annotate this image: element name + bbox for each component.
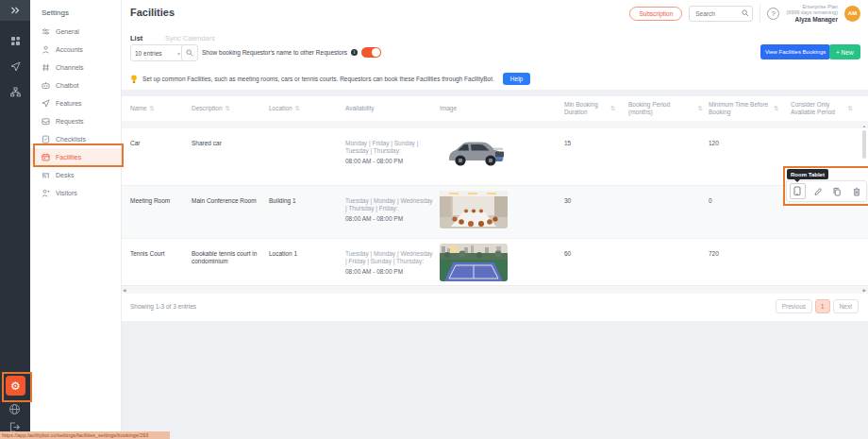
sidebar-item-label: Visitors	[56, 190, 77, 196]
sidebar-item-chatbot[interactable]: Chatbot	[30, 76, 121, 94]
sidebar-item-general[interactable]: General	[30, 23, 121, 41]
current-page-button[interactable]: 1	[815, 299, 830, 313]
cell-image	[440, 128, 564, 171]
rail-header[interactable]	[0, 0, 30, 21]
cell-name: Car	[130, 128, 192, 147]
chevron-down-icon: ▾	[177, 50, 180, 57]
sidebar-item-visitors[interactable]: Visitors	[30, 184, 121, 202]
copy-icon[interactable]	[830, 184, 844, 198]
scroll-left-icon[interactable]: ◀	[123, 288, 125, 293]
edit-icon[interactable]	[810, 184, 825, 198]
scroll-right-icon[interactable]: ▶	[863, 288, 866, 293]
cell-image	[440, 186, 564, 228]
sitemap-icon[interactable]	[10, 87, 21, 97]
new-facility-button[interactable]: + New	[829, 44, 860, 59]
help-button[interactable]: Help	[503, 73, 530, 85]
search-icon	[742, 9, 749, 17]
col-min-time-before-booking[interactable]: Minimum Time Before Booking⇅	[709, 101, 791, 116]
col-min-booking-duration[interactable]: Min Booking Duration⇅	[564, 101, 628, 116]
table-row[interactable]: Car Shared car Monday | Friday | Sunday …	[121, 128, 868, 186]
row-actions-panel	[786, 180, 867, 202]
tab-list[interactable]: List	[130, 34, 142, 42]
globe-icon[interactable]	[8, 403, 21, 415]
plan-name: Enterprise Plan	[786, 4, 838, 10]
table-row[interactable]: Meeting Room Main Conference Room Buildi…	[121, 186, 868, 239]
sort-icon[interactable]: ⇅	[774, 105, 778, 112]
chatbot-icon	[42, 81, 50, 90]
cell-booking-period	[628, 239, 709, 250]
requestor-name-toggle[interactable]	[361, 47, 381, 58]
sidebar-item-checklists[interactable]: Checklists	[30, 130, 121, 148]
sort-icon[interactable]: ⇅	[295, 105, 300, 112]
sidebar-item-label: Chatbot	[56, 82, 79, 89]
sidebar-item-label: Checklists	[56, 136, 86, 143]
status-url-bar: https://app.facilitybot.co/settings/faci…	[0, 431, 170, 439]
info-icon[interactable]: i	[351, 49, 358, 56]
avatar[interactable]: AM	[844, 6, 860, 22]
requestor-toggle-label: Show booking Requestor's name to other R…	[202, 49, 347, 56]
tip-text: Set up common Facilities, such as meetin…	[142, 76, 494, 82]
next-page-button[interactable]: Next	[833, 299, 859, 313]
sidebar-item-label: General	[56, 28, 79, 35]
sidebar-item-facilities[interactable]: Facilities	[30, 148, 121, 166]
tip-bar: Set up common Facilities, such as meetin…	[121, 68, 868, 90]
sidebar-item-label: Desks	[56, 172, 74, 178]
sidebar-item-channels[interactable]: Channels	[30, 59, 121, 76]
sidebar-item-accounts[interactable]: Accounts	[30, 41, 121, 59]
horizontal-scrollbar[interactable]: ◀ ▶	[121, 285, 868, 294]
divider	[760, 4, 760, 23]
help-icon[interactable]: ?	[767, 8, 779, 20]
view-facilities-bookings-button[interactable]: View Facilities Bookings	[760, 44, 830, 59]
sort-icon[interactable]: ⇅	[149, 105, 154, 112]
page-title: Facilities	[130, 7, 175, 18]
sort-icon[interactable]: ⇅	[698, 105, 703, 112]
global-search[interactable]	[689, 6, 753, 22]
showing-entries: Showing 1-3 of 3 entries	[130, 303, 196, 310]
delete-icon[interactable]	[849, 184, 863, 198]
tab-sync-calendars[interactable]: Sync Calendars	[165, 34, 215, 42]
sort-icon[interactable]: ⇅	[610, 105, 615, 112]
sidebar-item-requests[interactable]: Requests	[30, 112, 121, 130]
channels-icon	[42, 63, 50, 72]
table-row[interactable]: Tennis Court Bookable tennis court in co…	[121, 239, 868, 286]
apps-icon[interactable]	[10, 36, 21, 46]
col-description[interactable]: Description⇅	[192, 105, 269, 112]
sidebar-item-features[interactable]: Features	[30, 94, 121, 112]
table-search-button[interactable]	[181, 44, 198, 61]
cell-consider-only	[791, 239, 859, 250]
collapse-icon	[10, 6, 20, 15]
room-tablet-tooltip: Room Tablet	[787, 169, 828, 179]
cell-location	[269, 128, 345, 140]
previous-page-button[interactable]: Previous	[776, 299, 812, 313]
settings-gear-button[interactable]: ⚙	[6, 376, 25, 396]
user-icon	[42, 45, 50, 54]
cell-description: Shared car	[192, 128, 269, 147]
cell-min-time-before-booking: 720	[709, 239, 791, 258]
vertical-scrollbar[interactable]: ▲	[861, 123, 867, 287]
scrollbar-thumb[interactable]	[862, 130, 866, 159]
subscription-button[interactable]: Subscription	[629, 7, 682, 21]
col-booking-period[interactable]: Booking Period (months)⇅	[628, 101, 709, 116]
plan-days: (9999 days remaining)	[786, 9, 838, 16]
cell-min-booking-duration: 30	[564, 186, 628, 205]
sidebar-item-label: Requests	[56, 118, 84, 125]
paper-plane-icon[interactable]	[10, 61, 21, 72]
cell-booking-period	[628, 128, 709, 140]
search-input[interactable]	[693, 9, 739, 18]
col-consider-only-available[interactable]: Consider Only Available Period⇅	[791, 101, 859, 116]
sidebar-item-desks[interactable]: Desks	[30, 166, 121, 184]
col-location[interactable]: Location⇅	[269, 105, 345, 112]
visitor-icon	[42, 189, 50, 197]
sort-icon[interactable]: ⇅	[848, 105, 853, 112]
sort-icon[interactable]: ⇅	[225, 105, 230, 112]
tablet-icon[interactable]	[790, 183, 806, 199]
entries-value: 10 entries	[135, 50, 162, 57]
cell-booking-period	[628, 186, 709, 197]
table-footer: Showing 1-3 of 3 entries Previous 1 Next	[121, 294, 868, 321]
scroll-up-icon[interactable]: ▲	[861, 123, 867, 129]
col-name[interactable]: Name⇅	[130, 105, 192, 112]
entries-select[interactable]: 10 entries ▾	[130, 44, 185, 61]
cell-description: Main Conference Room	[192, 186, 269, 205]
sidebar-title: Settings	[30, 0, 121, 17]
top-header-bar: Facilities Subscription ? Enterprise Pla…	[121, 0, 868, 27]
